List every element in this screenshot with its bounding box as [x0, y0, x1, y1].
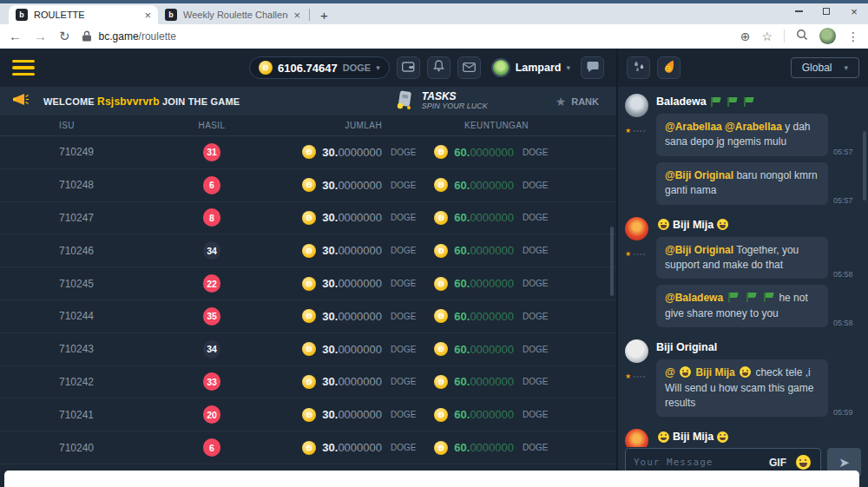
- wallet-icon: [402, 60, 415, 76]
- mention[interactable]: @Biji Original: [665, 169, 733, 181]
- message-time: 05:58: [833, 319, 853, 327]
- bet-profit: Ð60.0000000: [431, 145, 514, 159]
- browser-menu-icon[interactable]: ⋮: [847, 30, 859, 43]
- user-menu[interactable]: Lampard ▾: [491, 58, 570, 77]
- search-icon[interactable]: [796, 29, 808, 44]
- gif-button[interactable]: GIF: [769, 457, 786, 469]
- table-row[interactable]: 71024120Ð30.0000000DOGEÐ60.0000000DOGE: [0, 398, 616, 431]
- mention[interactable]: @Arabellaa: [725, 121, 782, 133]
- main-scrollbar[interactable]: [610, 227, 614, 296]
- balance-selector[interactable]: Ð 6106.74647 DOGE ▾: [249, 56, 390, 79]
- rank-widget[interactable]: ★ RANK: [556, 95, 599, 109]
- mention[interactable]: Biji Mija: [695, 366, 734, 378]
- table-row[interactable]: 71024931Ð30.0000000DOGEÐ60.0000000DOGE: [0, 136, 616, 169]
- coin-drop-button[interactable]: Ð: [657, 56, 681, 79]
- maximize-button[interactable]: [812, 2, 840, 21]
- tab-close-icon[interactable]: ×: [144, 9, 151, 22]
- chat-toggle-button[interactable]: [581, 56, 604, 79]
- chevron-down-icon: ▾: [566, 63, 570, 72]
- message-time: 05:58: [833, 270, 853, 279]
- minimize-button[interactable]: [785, 2, 812, 21]
- table-row[interactable]: 7102406Ð30.0000000DOGEÐ60.0000000DOGE: [0, 431, 616, 464]
- amount-currency: DOGE: [391, 410, 431, 419]
- close-button[interactable]: ×: [840, 2, 868, 21]
- laughing-emoji-icon: [717, 431, 728, 443]
- laughing-emoji-icon: [680, 366, 691, 378]
- rank-star-icon: ★: [556, 95, 567, 109]
- bet-profit: Ð60.0000000: [431, 244, 514, 258]
- bet-profit: Ð60.0000000: [431, 342, 514, 356]
- reload-button[interactable]: ↻: [59, 29, 70, 44]
- balance-currency: DOGE: [343, 63, 371, 73]
- table-row[interactable]: 71024334Ð30.0000000DOGEÐ60.0000000DOGE: [0, 333, 616, 366]
- result-badge: 6: [203, 176, 220, 194]
- profit-currency: DOGE: [523, 246, 562, 255]
- mention[interactable]: @Biji Original: [665, 244, 733, 256]
- chat-username-text: Biji Original: [656, 341, 717, 353]
- new-tab-button[interactable]: +: [315, 8, 333, 23]
- chat-bubble-icon: [587, 60, 599, 76]
- chat-username[interactable]: Biji Original: [656, 341, 861, 353]
- chat-sidebar: Ð Global ▾ ★••••Baladewa@Arabellaa @Arab…: [616, 49, 868, 487]
- tab-title: Weekly Roulette Challenge - Win: [183, 10, 288, 20]
- bet-profit: Ð60.0000000: [431, 277, 514, 291]
- profit-currency: DOGE: [523, 443, 562, 452]
- bet-profit: Ð60.0000000: [431, 178, 514, 192]
- chat-room-selector[interactable]: Global ▾: [791, 57, 859, 78]
- mention[interactable]: @Baladewa: [665, 292, 723, 304]
- welcome-text: WELCOME Rsjsbvvrvrb JOIN THE GAME: [43, 95, 240, 108]
- doge-coin-icon: Ð: [434, 441, 448, 455]
- table-row[interactable]: 71024522Ð30.0000000DOGEÐ60.0000000DOGE: [0, 267, 616, 300]
- profit-currency: DOGE: [523, 377, 562, 386]
- chat-avatar[interactable]: [625, 339, 648, 363]
- notifications-button[interactable]: [427, 56, 450, 79]
- chat-avatar[interactable]: [625, 217, 648, 240]
- table-row[interactable]: 71024634Ð30.0000000DOGEÐ60.0000000DOGE: [0, 234, 616, 267]
- rain-button[interactable]: [627, 56, 650, 79]
- messages-button[interactable]: [457, 56, 481, 79]
- back-button[interactable]: ←: [9, 29, 22, 43]
- menu-hamburger-icon[interactable]: [12, 60, 35, 76]
- result-badge: 31: [203, 143, 220, 161]
- tasks-widget[interactable]: TASKS SPIN YOUR LUCK: [394, 89, 488, 114]
- mention[interactable]: @: [665, 366, 675, 378]
- user-avatar: [491, 58, 510, 77]
- table-row[interactable]: 7102478Ð30.0000000DOGEÐ60.0000000DOGE: [0, 202, 616, 235]
- chat-username[interactable]: Baladewa: [656, 95, 861, 108]
- address-bar[interactable]: bc.game/roulette: [99, 30, 176, 43]
- emoji-picker-button[interactable]: [796, 455, 811, 470]
- table-header: ISU HASIL JUMLAH KEUNTUNGAN: [0, 115, 616, 136]
- tasks-machine-icon: [394, 89, 415, 114]
- doge-coin-icon: Ð: [434, 277, 448, 291]
- chat-scrollbar[interactable]: [863, 131, 866, 201]
- chat-avatar[interactable]: [625, 94, 648, 117]
- bet-issue: 710245: [59, 278, 172, 290]
- amount-currency: DOGE: [391, 181, 431, 190]
- tab-weekly-challenge[interactable]: b Weekly Roulette Challenge - Win ×: [158, 5, 307, 24]
- chat-username[interactable]: Biji Mija: [656, 219, 861, 231]
- chat-input[interactable]: [634, 457, 761, 468]
- bottom-overlay: [4, 471, 859, 487]
- doge-coin-icon: Ð: [434, 178, 448, 192]
- tab-roulette[interactable]: b ROULETTE ×: [9, 5, 158, 24]
- bookmark-star-icon[interactable]: ☆: [761, 30, 773, 43]
- mention[interactable]: @Arabellaa: [665, 121, 722, 133]
- table-row[interactable]: 71024233Ð30.0000000DOGEÐ60.0000000DOGE: [0, 366, 616, 399]
- doge-coin-icon: Ð: [302, 211, 316, 225]
- forward-button[interactable]: →: [34, 29, 47, 43]
- laughing-emoji-icon: [717, 219, 728, 230]
- chat-message-group: ★••••Biji MijaOk 05:59: [625, 429, 861, 447]
- chat-room-label: Global: [802, 62, 832, 74]
- profit-currency: DOGE: [523, 148, 562, 157]
- chat-avatar[interactable]: [625, 429, 648, 447]
- chat-message-group: ★••••Baladewa@Arabellaa @Arabellaa y dah…: [625, 94, 861, 205]
- bet-issue: 710249: [59, 146, 172, 158]
- table-row[interactable]: 7102486Ð30.0000000DOGEÐ60.0000000DOGE: [0, 169, 616, 202]
- browser-profile-avatar[interactable]: [819, 28, 836, 44]
- tab-close-icon[interactable]: ×: [293, 9, 300, 22]
- wallet-button[interactable]: [397, 56, 420, 79]
- chat-username[interactable]: Biji Mija: [656, 431, 861, 443]
- zoom-page-icon[interactable]: ⊕: [740, 30, 751, 43]
- table-row[interactable]: 71024435Ð30.0000000DOGEÐ60.0000000DOGE: [0, 300, 616, 333]
- send-icon: ➤: [838, 455, 850, 471]
